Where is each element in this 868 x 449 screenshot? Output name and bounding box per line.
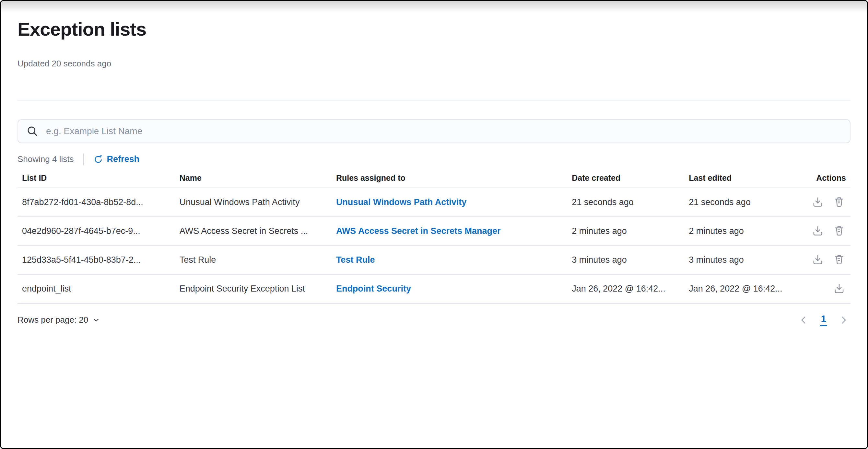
next-page-button[interactable] [837,313,850,327]
list-id-cell: endpoint_list [18,275,175,303]
export-list-button[interactable] [832,282,846,295]
toolbar-divider [83,154,84,165]
previous-page-button[interactable] [797,313,810,327]
showing-count-label: Showing 4 lists [18,154,73,164]
search-input[interactable] [45,126,841,137]
exception-lists-page: Exception lists Updated 20 seconds ago S… [1,1,867,327]
trash-icon [834,254,845,265]
date-created-cell: 2 minutes ago [567,217,684,246]
table-row: 8f7ab272-fd01-430a-8b52-8d... Unusual Wi… [18,188,850,217]
rule-link[interactable]: AWS Access Secret in Secrets Manager [336,226,501,236]
actions-cell [801,246,850,275]
rules-assigned-cell: Endpoint Security [332,275,567,303]
chevron-down-icon [93,317,100,324]
actions-cell [801,188,850,217]
column-header-rules-assigned: Rules assigned to [332,168,567,188]
refresh-label: Refresh [106,154,140,164]
column-header-last-edited: Last edited [684,168,801,188]
table-body: 8f7ab272-fd01-430a-8b52-8d... Unusual Wi… [18,188,850,303]
trash-icon [834,197,845,207]
table-row: 04e2d960-287f-4645-b7ec-9... AWS Access … [18,217,850,246]
table-row: 125d33a5-5f41-45b0-83b7-2... Test Rule T… [18,246,850,275]
list-id-cell: 8f7ab272-fd01-430a-8b52-8d... [18,188,175,217]
delete-list-button[interactable] [832,195,846,209]
download-icon [834,283,845,294]
last-edited-cell: 2 minutes ago [684,217,801,246]
list-id-cell: 125d33a5-5f41-45b0-83b7-2... [18,246,175,275]
last-edited-cell: Jan 26, 2022 @ 16:42... [684,275,801,303]
name-cell: Unusual Windows Path Activity [175,188,332,217]
trash-icon [834,225,845,236]
rows-per-page-label: Rows per page: 20 [18,315,88,325]
rules-assigned-cell: Test Rule [332,246,567,275]
name-cell: Test Rule [175,246,332,275]
export-list-button[interactable] [811,224,825,238]
chevron-left-icon [799,315,808,325]
date-created-cell: Jan 26, 2022 @ 16:42... [567,275,684,303]
column-header-name: Name [175,168,332,188]
rules-assigned-cell: Unusual Windows Path Activity [332,188,567,217]
rule-link[interactable]: Test Rule [336,255,375,265]
list-id-cell: 04e2d960-287f-4645-b7ec-9... [18,217,175,246]
exception-lists-table: List ID Name Rules assigned to Date crea… [18,168,850,303]
pagination: 1 [797,313,850,327]
delete-list-button[interactable] [832,224,846,238]
date-created-cell: 21 seconds ago [567,188,684,217]
actions-cell [801,275,850,303]
search-icon [27,125,38,137]
page-number-button[interactable]: 1 [820,314,827,326]
search-bar [18,119,850,143]
table-footer: Rows per page: 20 1 [18,313,850,327]
refresh-button[interactable]: Refresh [94,154,140,164]
column-header-date-created: Date created [567,168,684,188]
updated-timestamp: Updated 20 seconds ago [18,59,850,69]
last-edited-cell: 3 minutes ago [684,246,801,275]
export-list-button[interactable] [811,195,825,209]
header-divider [18,100,850,100]
actions-cell [801,217,850,246]
download-icon [812,254,823,265]
column-header-actions: Actions [801,168,850,188]
rows-per-page-button[interactable]: Rows per page: 20 [18,315,100,325]
page-title: Exception lists [18,1,850,40]
name-cell: Endpoint Security Exception List [175,275,332,303]
rules-assigned-cell: AWS Access Secret in Secrets Manager [332,217,567,246]
chevron-right-icon [839,315,848,325]
table-header-row: List ID Name Rules assigned to Date crea… [18,168,850,188]
export-list-button[interactable] [811,253,825,267]
date-created-cell: 3 minutes ago [567,246,684,275]
download-icon [812,225,823,236]
download-icon [812,197,823,207]
list-toolbar: Showing 4 lists Refresh [18,153,850,166]
rule-link[interactable]: Endpoint Security [336,284,411,293]
name-cell: AWS Access Secret in Secrets ... [175,217,332,246]
column-header-list-id: List ID [18,168,175,188]
table-row: endpoint_list Endpoint Security Exceptio… [18,275,850,303]
last-edited-cell: 21 seconds ago [684,188,801,217]
refresh-icon [94,155,103,164]
delete-list-button[interactable] [832,253,846,267]
rule-link[interactable]: Unusual Windows Path Activity [336,197,466,207]
